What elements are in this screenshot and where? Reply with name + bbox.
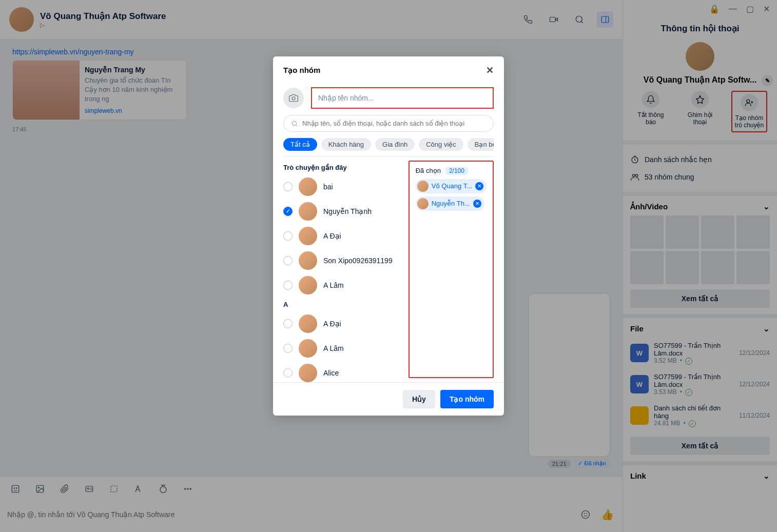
contact-avatar	[299, 251, 317, 270]
selected-chip: Võ Quang T... ✕	[416, 179, 487, 193]
contact-name: Son Xipo0926391199	[323, 257, 393, 265]
alpha-section-label: A	[283, 298, 402, 311]
radio[interactable]	[283, 182, 293, 191]
chip-avatar	[417, 198, 429, 209]
close-icon[interactable]: ✕	[486, 65, 494, 76]
contact-search[interactable]	[283, 115, 494, 132]
radio[interactable]	[283, 256, 293, 265]
contact-name: Alice	[323, 369, 339, 377]
contact-item[interactable]: bai	[283, 174, 402, 199]
camera-icon	[289, 93, 298, 103]
contact-avatar	[299, 276, 317, 294]
create-group-button[interactable]: Tạo nhóm	[440, 390, 494, 408]
contact-item[interactable]: A Đại	[283, 311, 402, 336]
create-group-modal: Tạo nhóm ✕ Tất cảKhách hàngGia đìnhCông …	[273, 56, 504, 416]
selected-chip: Nguyễn Th... ✕	[416, 196, 484, 211]
chip-name: Nguyễn Th...	[432, 200, 470, 207]
selected-panel: Đã chọn 2/100 Võ Quang T... ✕ Nguyễn Th.…	[409, 161, 494, 378]
contact-name: bai	[323, 183, 333, 191]
radio[interactable]	[283, 231, 293, 241]
contact-avatar	[299, 178, 317, 196]
radio[interactable]	[283, 281, 293, 290]
contact-name: A Lâm	[323, 344, 344, 352]
contact-item[interactable]: Nguyễn Thạnh	[283, 199, 402, 224]
modal-overlay: Tạo nhóm ✕ Tất cảKhách hàngGia đìnhCông …	[0, 0, 777, 532]
filter-tab[interactable]: Tất cả	[283, 138, 317, 151]
filter-tab[interactable]: Gia đình	[375, 138, 415, 151]
contact-item[interactable]: A Lâm	[283, 273, 402, 298]
contact-item[interactable]: Alice	[283, 361, 402, 382]
contact-name: A Đại	[323, 232, 341, 240]
contact-avatar	[299, 202, 317, 221]
radio[interactable]	[283, 319, 293, 328]
selected-count: 2/100	[445, 167, 469, 175]
contact-item[interactable]: Son Xipo0926391199	[283, 248, 402, 273]
radio[interactable]	[283, 344, 293, 353]
radio[interactable]	[283, 368, 293, 378]
group-name-input[interactable]	[311, 87, 494, 109]
contact-name: Nguyễn Thạnh	[323, 207, 372, 215]
contact-item[interactable]: A Đại	[283, 224, 402, 248]
contact-name: A Đại	[323, 320, 341, 328]
contact-item[interactable]: A Lâm	[283, 336, 402, 361]
remove-chip-icon[interactable]: ✕	[473, 200, 481, 208]
contact-avatar	[299, 227, 317, 245]
chip-name: Võ Quang T...	[432, 182, 472, 190]
remove-chip-icon[interactable]: ✕	[475, 182, 483, 190]
contact-avatar	[299, 314, 317, 333]
svg-line-26	[296, 125, 297, 126]
filter-tab[interactable]: Công việc	[419, 138, 463, 151]
svg-point-24	[292, 97, 295, 100]
chip-avatar	[417, 181, 429, 192]
modal-title: Tạo nhóm	[283, 66, 320, 75]
filter-tab[interactable]: Khách hàng	[321, 138, 371, 151]
group-photo-button[interactable]	[283, 88, 304, 108]
filter-tab[interactable]: Bạn bè	[468, 138, 494, 151]
contact-avatar	[299, 339, 317, 358]
svg-point-25	[292, 121, 296, 125]
contact-avatar	[299, 364, 317, 382]
radio[interactable]	[283, 207, 293, 216]
cancel-button[interactable]: Hủy	[403, 390, 435, 408]
search-icon	[291, 120, 298, 127]
recent-section-label: Trò chuyện gần đây	[283, 161, 402, 174]
contact-name: A Lâm	[323, 281, 344, 289]
contact-search-input[interactable]	[302, 120, 486, 127]
